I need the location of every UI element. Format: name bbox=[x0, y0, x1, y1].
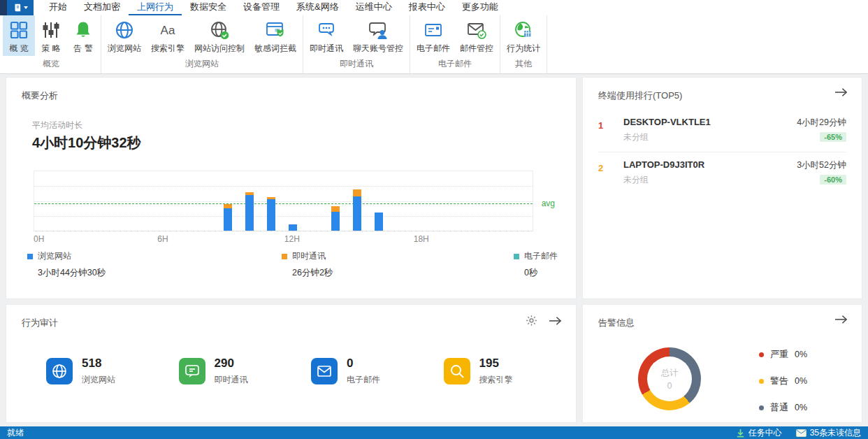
top5-row-2[interactable]: 2LAPTOP-D9J3IT0R未分组3小时52分钟-60% bbox=[598, 152, 846, 194]
task-center-button[interactable]: 任务中心 bbox=[736, 427, 782, 439]
alarm-panel: 告警信息 总计 0 严重0%警告0%普通0% bbox=[582, 304, 862, 423]
legend-swatch bbox=[27, 254, 33, 259]
alarm-donut-center: 总计 0 bbox=[638, 347, 701, 410]
ribbon-item-label: 行为统计 bbox=[507, 43, 540, 55]
ribbon-item-2-4[interactable]: 敏感词拦截 bbox=[249, 15, 301, 56]
chart-bar-hour-9 bbox=[224, 204, 232, 231]
bar-segment-browse bbox=[224, 208, 232, 231]
ribbon-item-5-1[interactable]: 行为统计 bbox=[502, 15, 545, 56]
menu-item-3[interactable]: 上网行为 bbox=[129, 0, 182, 15]
ribbon-group-5: 行为统计其他 bbox=[500, 15, 547, 73]
arrow-right-icon[interactable] bbox=[834, 315, 848, 324]
trend-badge: -65% bbox=[820, 132, 846, 142]
alarm-level-label: 严重 bbox=[770, 348, 788, 361]
alarm-level-label: 普通 bbox=[770, 401, 788, 414]
ribbon-item-2-2[interactable]: Aa搜索引擎 bbox=[146, 15, 189, 56]
audit-stat-即时通讯[interactable]: 290即时通讯 bbox=[179, 357, 312, 386]
terminal-name: LAPTOP-D9J3IT0R bbox=[623, 159, 797, 170]
ribbon-item-1-2[interactable]: 策 略 bbox=[35, 15, 67, 56]
ribbon-item-2-3[interactable]: 网站访问控制 bbox=[189, 15, 249, 56]
ribbon-item-label: 策 略 bbox=[41, 43, 60, 55]
audit-stat-搜索引擎[interactable]: 195搜索引擎 bbox=[444, 357, 577, 386]
task-center-label: 任务中心 bbox=[748, 427, 782, 439]
audit-stat-value: 518 bbox=[82, 357, 115, 370]
summary-panel: 概要分析 平均活动时长 4小时10分钟32秒 avg 浏览网站3小时44分钟30… bbox=[6, 77, 577, 299]
ribbon-item-3-1[interactable]: 即时通讯 bbox=[305, 15, 348, 56]
menu-item-5[interactable]: 设备管理 bbox=[235, 0, 288, 15]
terminal-group: 未分组 bbox=[623, 174, 797, 186]
menu-items: 开始文档加密上网行为数据安全设备管理系统&网络运维中心报表中心更多功能 bbox=[41, 0, 507, 15]
legend-item-浏览网站: 浏览网站3小时44分钟30秒 bbox=[27, 250, 106, 279]
statusbar: 就绪 任务中心 35条未读信息 bbox=[0, 426, 868, 439]
ribbon-item-3-2[interactable]: 聊天账号管控 bbox=[348, 15, 408, 56]
menu-item-2[interactable]: 文档加密 bbox=[75, 0, 129, 15]
alarm-level-label: 警告 bbox=[770, 375, 788, 387]
ribbon-item-4-1[interactable]: 电子邮件 bbox=[412, 15, 455, 56]
menu-item-9[interactable]: 更多功能 bbox=[454, 0, 507, 15]
menu-item-4[interactable]: 数据安全 bbox=[182, 0, 235, 15]
ribbon-group-items: 浏览网站Aa搜索引擎网站访问控制敏感词拦截 bbox=[103, 15, 301, 56]
terminal-info: LAPTOP-D9J3IT0R未分组 bbox=[623, 159, 797, 186]
bar-segment-browse bbox=[245, 195, 254, 231]
app-logo-book-icon bbox=[13, 3, 22, 13]
menu-item-6[interactable]: 系统&网络 bbox=[288, 0, 347, 15]
ribbon-item-2-1[interactable]: 浏览网站 bbox=[103, 15, 146, 56]
menubar: 开始文档加密上网行为数据安全设备管理系统&网络运维中心报表中心更多功能 bbox=[0, 0, 868, 15]
legend-row: 即时通讯 bbox=[282, 250, 333, 262]
chat-person-icon bbox=[368, 20, 388, 41]
app-menu-button[interactable] bbox=[7, 0, 34, 15]
download-arrow-icon bbox=[736, 429, 745, 438]
ribbon-item-1-1[interactable]: 概 览 bbox=[3, 15, 35, 56]
gridline bbox=[34, 186, 533, 187]
chart-bar-hour-12 bbox=[289, 224, 297, 231]
ribbon-item-4-2[interactable]: 邮件管控 bbox=[455, 15, 498, 56]
top5-row-1[interactable]: 1DESKTOP-VLKTLE1未分组4小时29分钟-65% bbox=[598, 110, 846, 152]
terminal-name: DESKTOP-VLKTLE1 bbox=[623, 117, 797, 127]
gridline bbox=[34, 216, 533, 217]
unread-messages-button[interactable]: 35条未读信息 bbox=[796, 427, 861, 439]
ribbon-item-1-3[interactable]: 告 警 bbox=[67, 15, 99, 56]
arrow-right-icon[interactable] bbox=[834, 87, 848, 97]
audit-stat-value: 195 bbox=[479, 357, 513, 370]
ribbon-item-label: 即时通讯 bbox=[310, 43, 343, 55]
legend-item-电子邮件: 电子邮件0秒 bbox=[514, 250, 558, 279]
gear-icon[interactable] bbox=[526, 315, 537, 326]
ribbon-group-label: 即时通讯 bbox=[305, 56, 408, 73]
legend-name: 浏览网站 bbox=[38, 250, 71, 262]
alarm-total-value: 0 bbox=[667, 381, 672, 391]
audit-stats: 518浏览网站290即时通讯0电子邮件195搜索引擎 bbox=[46, 357, 576, 386]
x-axis-tick-6H: 6H bbox=[157, 234, 168, 244]
mail-icon bbox=[311, 358, 338, 384]
rank-number: 1 bbox=[598, 117, 623, 131]
legend-value: 3小时44分钟30秒 bbox=[38, 267, 106, 279]
legend-value: 0秒 bbox=[524, 267, 558, 279]
status-ready-label: 就绪 bbox=[7, 427, 24, 439]
ribbon-group-4: 电子邮件邮件管控电子邮件 bbox=[410, 15, 500, 73]
x-axis-tick-18H: 18H bbox=[414, 234, 429, 244]
search-icon bbox=[444, 358, 470, 384]
alarm-total-label: 总计 bbox=[661, 367, 678, 379]
unread-messages-label: 35条未读信息 bbox=[810, 427, 861, 439]
average-line-label: avg bbox=[542, 199, 555, 208]
globe-stats-icon bbox=[514, 20, 533, 41]
ribbon-item-label: 邮件管控 bbox=[460, 43, 493, 55]
audit-stat-label: 电子邮件 bbox=[347, 374, 380, 386]
x-axis-tick-0H: 0H bbox=[34, 234, 44, 244]
ribbon-item-label: 敏感词拦截 bbox=[254, 43, 296, 55]
menu-item-8[interactable]: 报表中心 bbox=[400, 0, 454, 15]
audit-stat-label: 浏览网站 bbox=[82, 374, 115, 386]
alarm-panel-title: 告警信息 bbox=[598, 317, 635, 329]
alarm-level-pct: 0% bbox=[795, 350, 807, 359]
grid-icon bbox=[9, 20, 29, 41]
arrow-right-icon[interactable] bbox=[549, 316, 562, 326]
audit-panel-title: 行为审计 bbox=[22, 317, 58, 329]
bar-segment-browse bbox=[267, 199, 275, 231]
audit-stat-浏览网站[interactable]: 518浏览网站 bbox=[46, 357, 179, 386]
menu-item-7[interactable]: 运维中心 bbox=[347, 0, 400, 15]
menu-item-1[interactable]: 开始 bbox=[41, 0, 75, 15]
audit-stat-电子邮件[interactable]: 0电子邮件 bbox=[311, 357, 444, 386]
audit-stat-label: 搜索引擎 bbox=[479, 374, 513, 386]
chat-icon bbox=[317, 20, 336, 41]
main-content: 概要分析 平均活动时长 4小时10分钟32秒 avg 浏览网站3小时44分钟30… bbox=[0, 74, 868, 423]
chart-bar-hour-16 bbox=[375, 213, 383, 231]
